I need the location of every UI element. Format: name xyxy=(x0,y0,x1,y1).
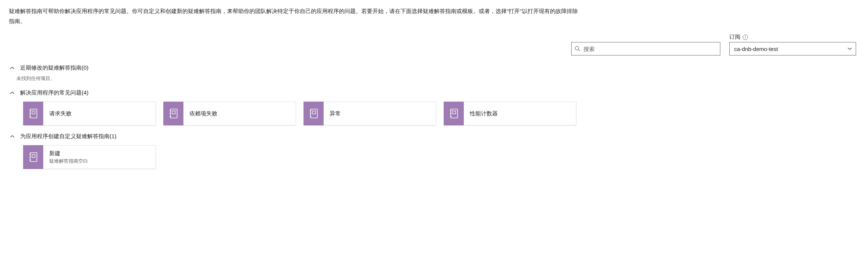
search-input[interactable] xyxy=(581,46,717,52)
card-request-failure[interactable]: 请求失败 xyxy=(23,102,156,125)
card-body: 请求失败 xyxy=(43,102,156,125)
subscription-label-row: 订阅 i xyxy=(729,33,856,41)
card-dependency-failure[interactable]: 依赖项失败 xyxy=(163,102,296,125)
search-box[interactable] xyxy=(571,42,720,55)
card-body: 异常 xyxy=(324,102,436,125)
search-icon xyxy=(575,46,581,52)
chevron-down-icon xyxy=(847,47,852,51)
card-title: 依赖项失败 xyxy=(189,110,290,117)
workbook-icon xyxy=(169,109,177,118)
subscription-dropdown[interactable]: ca-dnb-demo-test xyxy=(729,42,856,55)
section-custom: 为应用程序创建自定义疑难解答指南(1) 新建 疑难解答指南空白 xyxy=(9,133,859,169)
svg-point-0 xyxy=(575,47,579,50)
card-title: 异常 xyxy=(330,110,430,117)
card-new[interactable]: 新建 疑难解答指南空白 xyxy=(23,145,156,169)
svg-rect-2 xyxy=(30,109,37,118)
subscription-label: 订阅 xyxy=(729,33,740,41)
subscription-selected: ca-dnb-demo-test xyxy=(734,46,778,52)
section-title: 为应用程序创建自定义疑难解答指南(1) xyxy=(20,133,116,140)
card-icon xyxy=(444,102,464,125)
no-items-text: 未找到任何项目。 xyxy=(16,75,859,82)
svg-rect-7 xyxy=(170,109,177,118)
card-body: 性能计数器 xyxy=(464,102,576,125)
chevron-up-icon xyxy=(10,66,15,71)
card-icon xyxy=(304,102,324,125)
card-body: 依赖项失败 xyxy=(183,102,296,125)
section-header-custom[interactable]: 为应用程序创建自定义疑难解答指南(1) xyxy=(10,133,859,140)
svg-rect-6 xyxy=(32,111,35,114)
page-description: 疑难解答指南可帮助你解决应用程序的常见问题。你可自定义和创建新的疑难解答指南，来… xyxy=(9,6,583,26)
section-recent: 近期修改的疑难解答指南(0) 未找到任何项目。 xyxy=(9,64,859,82)
workbook-icon xyxy=(450,109,458,118)
card-title: 请求失败 xyxy=(49,110,150,117)
svg-rect-17 xyxy=(451,109,457,118)
card-exceptions[interactable]: 异常 xyxy=(304,102,436,125)
card-title: 性能计数器 xyxy=(470,110,570,117)
card-icon xyxy=(163,102,183,125)
card-row-custom: 新建 疑难解答指南空白 xyxy=(23,145,859,169)
card-row-common: 请求失败 依赖项失败 xyxy=(23,102,859,125)
card-icon xyxy=(23,102,43,125)
section-title: 解决应用程序的常见问题(4) xyxy=(20,89,88,96)
subscription-block: 订阅 i ca-dnb-demo-test xyxy=(729,33,856,55)
toolbar-row: 订阅 i ca-dnb-demo-test xyxy=(9,33,859,55)
svg-line-1 xyxy=(578,50,580,51)
workbook-icon xyxy=(309,109,318,118)
workbook-icon xyxy=(29,152,37,162)
svg-rect-11 xyxy=(172,111,175,114)
section-header-common[interactable]: 解决应用程序的常见问题(4) xyxy=(10,89,859,96)
card-icon xyxy=(23,145,43,169)
workbook-icon xyxy=(29,109,37,118)
section-header-recent[interactable]: 近期修改的疑难解答指南(0) xyxy=(10,64,859,71)
section-common: 解决应用程序的常见问题(4) 请求失败 xyxy=(9,89,859,125)
svg-rect-12 xyxy=(311,109,317,118)
svg-rect-26 xyxy=(32,154,35,157)
section-title: 近期修改的疑难解答指南(0) xyxy=(20,64,88,71)
svg-rect-22 xyxy=(30,153,37,162)
chevron-up-icon xyxy=(10,90,15,96)
card-perf-counters[interactable]: 性能计数器 xyxy=(444,102,576,125)
card-title: 新建 xyxy=(49,150,150,157)
chevron-up-icon xyxy=(10,134,15,139)
svg-rect-16 xyxy=(312,111,315,114)
card-body: 新建 疑难解答指南空白 xyxy=(43,145,156,169)
svg-rect-21 xyxy=(453,111,456,114)
card-subtitle: 疑难解答指南空白 xyxy=(49,158,150,165)
info-icon[interactable]: i xyxy=(743,35,748,40)
